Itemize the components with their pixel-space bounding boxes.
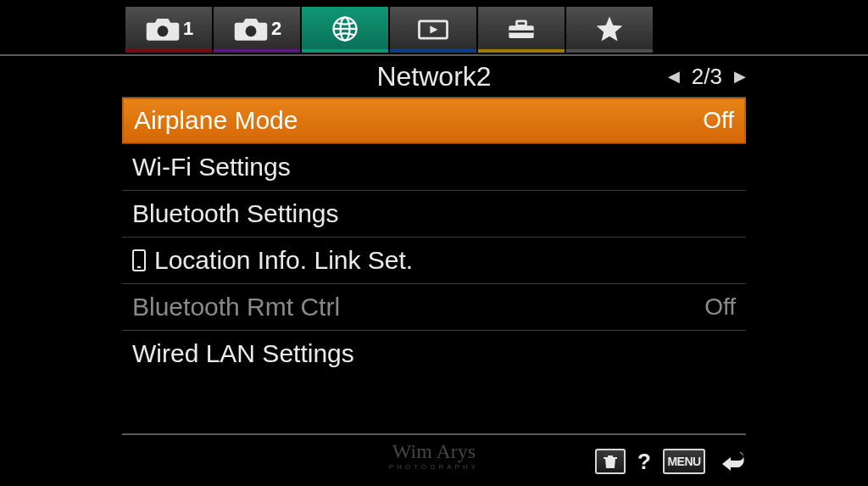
menu-item-label: Bluetooth Settings: [132, 199, 339, 228]
page-next-icon[interactable]: ▶: [734, 67, 746, 86]
menu-item-label: Location Info. Link Set.: [154, 246, 413, 275]
tab-playback[interactable]: [390, 7, 476, 51]
back-arrow-icon: [717, 447, 746, 472]
top-tab-bar: 1 2: [0, 0, 868, 51]
tab-network[interactable]: [302, 7, 388, 51]
tab-setup[interactable]: [478, 7, 565, 51]
delete-button[interactable]: [595, 449, 626, 474]
menu-item-value: Off: [704, 293, 736, 321]
menu-item-wifi-settings[interactable]: Wi-Fi Settings: [122, 144, 746, 190]
tab-number: 1: [183, 18, 193, 40]
trash-icon: [602, 453, 619, 470]
camera-icon: [232, 14, 270, 44]
watermark: Wim Arys PHOTOGRAPHY: [389, 440, 479, 471]
menu-list: Airplane Mode Off Wi-Fi Settings Bluetoo…: [0, 97, 868, 377]
menu-button-label: MENU: [667, 455, 700, 468]
page-indicator[interactable]: ◀ 2/3 ▶: [668, 64, 746, 90]
playback-icon: [415, 14, 452, 44]
tab-number: 2: [271, 18, 281, 40]
page-number: 2/3: [692, 64, 722, 90]
page-prev-icon[interactable]: ◀: [668, 67, 680, 86]
star-icon: [591, 14, 628, 44]
tab-favorites[interactable]: [566, 7, 653, 51]
svg-marker-10: [597, 17, 623, 42]
menu-item-label: Wi-Fi Settings: [132, 153, 291, 182]
page-header: Network2 ◀ 2/3 ▶: [0, 56, 868, 97]
back-button[interactable]: [717, 447, 746, 476]
bottom-bar: ? MENU: [595, 447, 746, 476]
tab-camera-1[interactable]: 1: [125, 7, 212, 51]
smartphone-icon: [132, 249, 146, 271]
svg-rect-8: [517, 21, 526, 26]
help-button[interactable]: ?: [637, 449, 651, 475]
menu-item-label: Wired LAN Settings: [132, 339, 354, 368]
svg-rect-9: [509, 31, 533, 33]
svg-point-0: [157, 25, 168, 36]
globe-icon: [326, 14, 364, 44]
svg-point-1: [245, 25, 256, 36]
menu-item-wired-lan-settings[interactable]: Wired LAN Settings: [122, 331, 746, 377]
menu-button[interactable]: MENU: [663, 449, 705, 474]
menu-item-label: Bluetooth Rmt Ctrl: [132, 293, 340, 321]
menu-item-bluetooth-settings[interactable]: Bluetooth Settings: [122, 191, 746, 237]
camera-icon: [144, 14, 181, 44]
svg-marker-6: [430, 25, 437, 33]
toolbox-icon: [503, 14, 540, 44]
tab-camera-2[interactable]: 2: [214, 7, 300, 51]
menu-item-value: Off: [703, 107, 734, 134]
menu-item-airplane-mode[interactable]: Airplane Mode Off: [122, 98, 746, 143]
menu-item-label: Airplane Mode: [134, 106, 298, 135]
camera-menu-screen: 1 2 Network2 ◀ 2/3: [0, 0, 868, 486]
menu-item-location-info-link[interactable]: Location Info. Link Set.: [122, 237, 746, 283]
menu-item-bluetooth-rmt-ctrl: Bluetooth Rmt Ctrl Off: [122, 284, 746, 330]
